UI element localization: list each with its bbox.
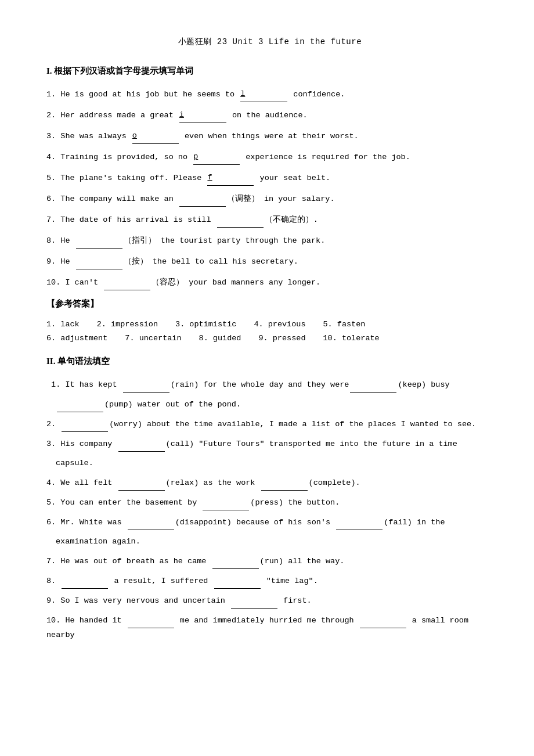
ans-4: 4. previous (254, 318, 305, 332)
q7-blank (217, 213, 264, 228)
q4-after: experience is required for the job. (241, 153, 410, 161)
q10-blank (104, 275, 150, 290)
section-ii-q5: 5. You can enter the basement by (press)… (46, 495, 493, 510)
q2-blank: i (179, 108, 226, 123)
sii-q4-blank2 (261, 476, 308, 491)
q8-blank (76, 233, 122, 249)
section-ii-q6-cont: examination again. (46, 535, 493, 549)
q3-before: She was always (60, 132, 131, 141)
q6-blank (179, 192, 226, 207)
q9-blank (76, 254, 122, 269)
section-i-q7: 7. The date of his arrival is still （不确定… (46, 213, 493, 228)
q1-after: confidence. (288, 90, 345, 99)
q4-before: Training is provided, so no (60, 153, 192, 161)
section-i-q1: 1. He is good at his job but he seems to… (46, 87, 493, 102)
sii-q8-blank2 (214, 574, 261, 589)
q6-num: 6. (46, 195, 56, 203)
section-ii-q3: 3. His company (call) "Future Tours" tra… (46, 437, 493, 452)
section-i-q3: 3. She was always o even when things wer… (46, 129, 493, 144)
q1-num: 1. (46, 90, 56, 99)
q3-num: 3. (46, 132, 56, 141)
sii-q1-blank2 (350, 377, 396, 393)
q7-num: 7. (46, 215, 56, 224)
q5-before: The plane's taking off. Please (60, 174, 206, 182)
sii-q1-blank1 (123, 377, 169, 393)
q3-after: even when things were at their worst. (180, 132, 359, 141)
sii-q4-blank1 (118, 476, 165, 491)
section-ii-q1: 1. It has kept (rain) for the whole day … (46, 377, 493, 393)
page-title: 小题狂刷 23 Unit 3 Life in the future (46, 35, 493, 49)
q2-after: on the audience. (228, 111, 308, 120)
section-ii-q4: 4. We all felt (relax) as the work (comp… (46, 476, 493, 491)
q2-num: 2. (46, 111, 56, 120)
sii-q10-blank1 (128, 613, 174, 628)
section-ii-q7: 7. He was out of breath as he came (run)… (46, 554, 493, 569)
sii-q5-blank (203, 495, 249, 510)
q5-after: your seat belt. (255, 174, 330, 182)
answers-heading: 【参考答案】 (46, 296, 493, 312)
q2-before: Her address made a great (60, 111, 178, 120)
q10-num: 10. (46, 278, 60, 287)
section-ii-q10: 10. He handed it me and immediately hurr… (46, 613, 493, 643)
q4-num: 4. (46, 153, 56, 161)
ans-7: 7. uncertain (125, 332, 181, 345)
section-i-q2: 2. Her address made a great i on the aud… (46, 108, 493, 123)
section-i-heading: I. 根据下列汉语或首字母提示填写单词 (46, 63, 493, 79)
q6-hint: （调整） (227, 194, 259, 203)
q8-after: the tourist party through the park. (156, 236, 326, 245)
section-i-q4: 4. Training is provided, so no p experie… (46, 150, 493, 165)
q1-before: He is good at his job but he seems to (60, 90, 239, 99)
ans-8: 8. guided (199, 332, 241, 345)
section-i-q8: 8. He （指引） the tourist party through the… (46, 233, 493, 249)
sii-q8-blank1 (62, 574, 108, 589)
sii-q6-blank1 (128, 515, 174, 530)
answer-row-1: 1. lack 2. impression 3. optimistic 4. p… (46, 318, 493, 332)
section-ii-q3-cont: capsule. (46, 456, 493, 471)
ans-10: 10. tolerate (323, 332, 379, 345)
section-ii-q6: 6. Mr. White was (disappoint) because of… (46, 515, 493, 530)
q9-num: 9. (46, 257, 56, 266)
section-ii-q1-cont: (pump) water out of the pond. (46, 397, 493, 412)
q8-before: He (60, 236, 74, 245)
ans-2: 2. impression (97, 318, 158, 332)
sii-q10-blank2 (360, 613, 406, 628)
ref-answers: 1. lack 2. impression 3. optimistic 4. p… (46, 318, 493, 346)
q7-after: . (313, 215, 318, 224)
q5-blank: f (207, 171, 254, 186)
q4-blank: p (193, 150, 240, 165)
ans-1: 1. lack (46, 318, 80, 332)
sii-q9-blank (231, 593, 277, 609)
ans-6: 6. adjustment (46, 332, 107, 345)
q8-num: 8. (46, 236, 56, 245)
section-i-q10: 10. I can't （容忍） your bad manners any lo… (46, 275, 493, 290)
q9-hint: （按） (124, 257, 148, 265)
q3-blank: o (132, 129, 179, 144)
section-i-q9: 9. He （按） the bell to call his secretary… (46, 254, 493, 269)
q6-before: The company will make an (60, 195, 178, 203)
sii-q6-blank2 (336, 515, 383, 530)
section-i-q6: 6. The company will make an （调整） in your… (46, 192, 493, 207)
section-ii-heading: II. 单句语法填空 (46, 354, 493, 369)
section-ii-q2: 2. (worry) about the time available, I m… (46, 417, 493, 432)
q10-after: your bad manners any longer. (184, 278, 320, 287)
section-ii-q9: 9. So I was very nervous and uncertain f… (46, 593, 493, 609)
section-i-questions: 1. He is good at his job but he seems to… (46, 87, 493, 290)
q5-num: 5. (46, 174, 56, 182)
q9-after: the bell to call his secretary. (148, 257, 298, 266)
q7-before: The date of his arrival is still (60, 215, 215, 224)
q7-hint: （不确定的） (265, 215, 313, 224)
section-ii-q8: 8. a result, I suffered "time lag". (46, 574, 493, 589)
section-ii-questions: 1. It has kept (rain) for the whole day … (46, 377, 493, 643)
q6-after: in your salary. (259, 195, 335, 203)
ans-9: 9. pressed (258, 332, 305, 345)
answer-row-2: 6. adjustment 7. uncertain 8. guided 9. … (46, 332, 493, 345)
q10-before: I can't (65, 278, 103, 287)
ans-3: 3. optimistic (175, 318, 236, 332)
q9-before: He (60, 257, 74, 266)
sii-q2-blank (62, 417, 108, 432)
sii-q7-blank (212, 554, 259, 569)
sii-q3-blank (118, 437, 165, 452)
sii-q1-blank3 (57, 397, 103, 412)
section-i-q5: 5. The plane's taking off. Please f your… (46, 171, 493, 186)
q1-blank: l (240, 87, 287, 102)
